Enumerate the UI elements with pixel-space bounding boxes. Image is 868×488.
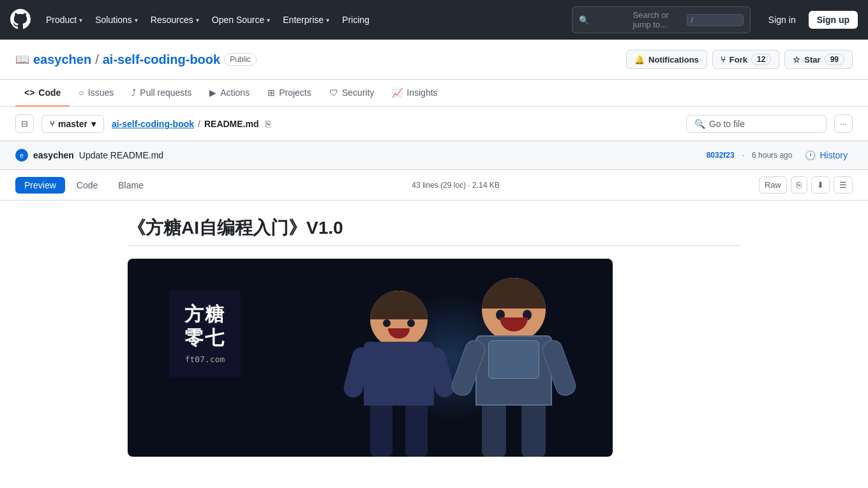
notifications-button[interactable]: 🔔 Notifications xyxy=(626,50,707,69)
logo-line1: 方糖 xyxy=(184,303,225,324)
tab-pull-requests[interactable]: ⤴ Pull requests xyxy=(123,80,200,107)
branch-icon: ⑂ xyxy=(50,119,54,128)
breadcrumb-sep: / xyxy=(198,119,200,129)
ellipsis-icon: ··· xyxy=(840,119,847,128)
star-count: 99 xyxy=(825,54,844,65)
search-area[interactable]: 🔍 Search or jump to... / xyxy=(572,6,751,33)
bell-icon: 🔔 xyxy=(634,55,645,65)
commit-author[interactable]: easychen xyxy=(33,150,74,160)
history-button[interactable]: 🕐 History xyxy=(800,148,853,163)
fork-icon: ⑂ xyxy=(721,55,726,65)
insights-icon: 📈 xyxy=(392,88,403,98)
tab-preview[interactable]: Preview xyxy=(15,177,65,194)
code-view-tabs: Preview Code Blame 43 lines (29 loc) · 2… xyxy=(0,170,868,201)
copy-path-button[interactable]: ⎘ xyxy=(263,118,273,130)
fork-button[interactable]: ⑂ Fork 12 xyxy=(712,50,780,69)
search-placeholder: Search or jump to... xyxy=(633,10,682,29)
shield-icon: 🛡 xyxy=(329,88,338,98)
repo-tabs: <> Code ○ Issues ⤴ Pull requests ▶ Actio… xyxy=(0,80,868,107)
branch-dropdown-icon: ▾ xyxy=(91,119,96,129)
signin-button[interactable]: Sign in xyxy=(761,11,804,28)
enterprise-chevron-icon: ▾ xyxy=(326,17,329,24)
code-actions: Raw ⎘ ⬇ ☰ xyxy=(759,176,853,194)
tab-insights[interactable]: 📈 Insights xyxy=(383,80,446,107)
goto-file-search[interactable]: 🔍 Go to file xyxy=(686,115,827,133)
raw-button[interactable]: Raw xyxy=(759,176,787,194)
breadcrumb-repo-link[interactable]: ai-self-coding-book xyxy=(112,119,194,129)
more-options-button[interactable]: ··· xyxy=(834,114,853,133)
tab-code-view[interactable]: Code xyxy=(68,177,107,194)
code-icon: <> xyxy=(24,88,34,98)
search-shortcut: / xyxy=(687,14,744,26)
repo-book-icon: 📖 xyxy=(15,52,29,66)
goto-placeholder: Go to file xyxy=(709,119,745,129)
sidebar-toggle-button[interactable]: ⊟ xyxy=(15,114,34,133)
commit-time: 6 hours ago xyxy=(752,151,792,160)
star-button[interactable]: ☆ Star 99 xyxy=(784,50,853,69)
nav-open-source[interactable]: Open Source ▾ xyxy=(207,11,276,29)
repo-actions: 🔔 Notifications ⑂ Fork 12 ☆ Star 99 xyxy=(626,50,853,69)
search-icon: 🔍 xyxy=(694,119,705,129)
open-source-chevron-icon: ▾ xyxy=(267,17,270,24)
readme-title: 《方糖AI自编程入门》V1.0 xyxy=(128,216,740,246)
commit-meta: 8032f23 · 6 hours ago 🕐 History xyxy=(707,148,853,163)
nav-enterprise[interactable]: Enterprise ▾ xyxy=(278,11,334,29)
star-icon: ☆ xyxy=(793,55,800,65)
branch-label: master xyxy=(58,119,87,129)
meta-sep: · xyxy=(742,151,744,160)
branch-selector[interactable]: ⑂ master ▾ xyxy=(41,115,104,133)
tab-blame[interactable]: Blame xyxy=(109,177,153,194)
list-view-button[interactable]: ☰ xyxy=(834,176,853,194)
fork-label: Fork xyxy=(730,55,747,65)
navbar: Product ▾ Solutions ▾ Resources ▾ Open S… xyxy=(0,0,868,40)
copy-icon: ⎘ xyxy=(797,180,802,190)
search-box[interactable]: 🔍 Search or jump to... / xyxy=(572,6,751,33)
projects-icon: ⊞ xyxy=(267,88,275,98)
list-icon: ☰ xyxy=(839,180,847,190)
issue-icon: ○ xyxy=(79,88,84,98)
solutions-chevron-icon: ▾ xyxy=(135,17,138,24)
auth-buttons: Sign in Sign up xyxy=(761,11,858,29)
nav-product[interactable]: Product ▾ xyxy=(41,11,87,29)
breadcrumb-path: ai-self-coding-book / README.md ⎘ xyxy=(112,118,678,130)
pr-icon: ⤴ xyxy=(131,88,136,98)
commit-hash[interactable]: 8032f23 xyxy=(707,151,735,160)
commit-bar: e easychen Update README.md 8032f23 · 6 … xyxy=(0,141,868,170)
tab-security[interactable]: 🛡 Security xyxy=(320,80,384,107)
product-chevron-icon: ▾ xyxy=(79,17,82,24)
download-button[interactable]: ⬇ xyxy=(811,176,830,194)
repo-header: 📖 easychen / ai-self-coding-book Public … xyxy=(0,40,868,80)
logo-line2: 零七 xyxy=(184,327,225,348)
main-nav: Product ▾ Solutions ▾ Resources ▾ Open S… xyxy=(41,11,375,29)
nav-pricing[interactable]: Pricing xyxy=(337,11,375,29)
breadcrumb-filename: README.md xyxy=(204,119,259,129)
download-icon: ⬇ xyxy=(817,180,824,190)
search-icon: 🔍 xyxy=(579,15,628,25)
signup-button[interactable]: Sign up xyxy=(809,11,858,29)
notifications-label: Notifications xyxy=(648,55,699,65)
commit-message: Update README.md xyxy=(79,150,163,160)
nav-solutions[interactable]: Solutions ▾ xyxy=(90,11,143,29)
repo-name[interactable]: ai-self-coding-book xyxy=(103,52,220,67)
commit-info: e easychen Update README.md xyxy=(15,149,163,162)
repo-sep: / xyxy=(95,52,99,67)
logo-url: ft07.com xyxy=(184,355,225,364)
nav-resources[interactable]: Resources ▾ xyxy=(146,11,204,29)
file-toolbar: ⊟ ⑂ master ▾ ai-self-coding-book / READM… xyxy=(0,107,868,141)
actions-icon: ▶ xyxy=(209,88,216,98)
github-logo[interactable] xyxy=(10,9,31,31)
tab-projects[interactable]: ⊞ Projects xyxy=(258,80,320,107)
copy-raw-button[interactable]: ⎘ xyxy=(791,176,807,194)
avatar: e xyxy=(15,149,28,162)
repo-owner-link[interactable]: easychen xyxy=(33,52,91,67)
history-icon: 🕐 xyxy=(805,150,816,160)
file-stats: 43 lines (29 loc) · 2.14 KB xyxy=(412,181,499,190)
tab-code[interactable]: <> Code xyxy=(15,80,70,107)
code-tab-group: Preview Code Blame xyxy=(15,177,153,194)
tab-issues[interactable]: ○ Issues xyxy=(70,80,123,107)
resources-chevron-icon: ▾ xyxy=(196,17,199,24)
star-label: Star xyxy=(804,55,820,65)
sidebar-icon: ⊟ xyxy=(21,119,28,128)
fork-count: 12 xyxy=(751,54,771,65)
tab-actions[interactable]: ▶ Actions xyxy=(200,80,258,107)
